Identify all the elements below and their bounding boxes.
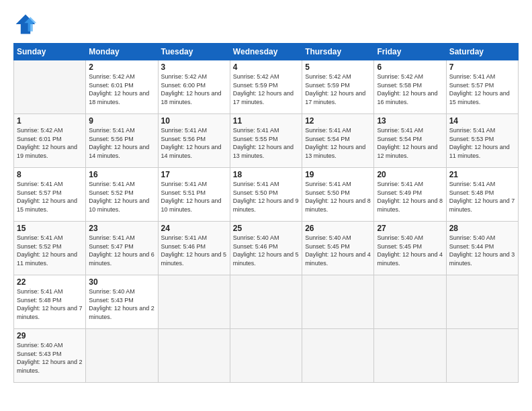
day-number: 12 (305, 116, 371, 126)
day-number: 6 (377, 62, 443, 72)
weekday-header-wednesday: Wednesday (230, 44, 302, 60)
calendar-cell: 14Sunrise: 5:41 AMSunset: 5:53 PMDayligh… (446, 114, 518, 168)
day-info: Sunrise: 5:41 AMSunset: 5:57 PMDaylight:… (449, 73, 515, 106)
calendar-cell: 23Sunrise: 5:41 AMSunset: 5:47 PMDayligh… (86, 222, 158, 275)
day-number: 16 (89, 170, 154, 179)
weekday-header-friday: Friday (374, 44, 446, 60)
weekday-header-saturday: Saturday (446, 44, 518, 60)
day-number: 14 (449, 116, 515, 126)
day-number: 25 (233, 224, 299, 233)
day-info: Sunrise: 5:41 AMSunset: 5:55 PMDaylight:… (233, 126, 299, 160)
day-info: Sunrise: 5:41 AMSunset: 5:51 PMDaylight:… (161, 180, 227, 214)
day-info: Sunrise: 5:42 AMSunset: 6:01 PMDaylight:… (17, 126, 83, 160)
day-info: Sunrise: 5:42 AMSunset: 5:58 PMDaylight:… (377, 73, 443, 106)
day-info: Sunrise: 5:41 AMSunset: 5:57 PMDaylight:… (17, 180, 83, 214)
calendar-cell (374, 329, 446, 383)
day-info: Sunrise: 5:40 AMSunset: 5:43 PMDaylight:… (89, 287, 154, 321)
calendar-cell (158, 275, 230, 329)
day-number: 23 (89, 224, 154, 233)
week-row-1: 1Sunrise: 5:42 AMSunset: 6:01 PMDaylight… (14, 114, 519, 168)
day-info: Sunrise: 5:40 AMSunset: 5:44 PMDaylight:… (449, 234, 515, 267)
day-number: 11 (233, 116, 299, 126)
calendar-cell: 8Sunrise: 5:41 AMSunset: 5:57 PMDaylight… (14, 168, 86, 222)
day-info: Sunrise: 5:42 AMSunset: 6:01 PMDaylight:… (89, 73, 154, 106)
calendar-cell: 26Sunrise: 5:40 AMSunset: 5:45 PMDayligh… (302, 222, 374, 275)
calendar-cell: 22Sunrise: 5:41 AMSunset: 5:48 PMDayligh… (14, 275, 86, 329)
day-info: Sunrise: 5:41 AMSunset: 5:47 PMDaylight:… (89, 234, 154, 267)
day-number: 5 (305, 62, 371, 72)
week-row-3: 15Sunrise: 5:41 AMSunset: 5:52 PMDayligh… (14, 222, 519, 275)
day-info: Sunrise: 5:40 AMSunset: 5:45 PMDaylight:… (305, 234, 371, 267)
calendar-cell: 21Sunrise: 5:41 AMSunset: 5:48 PMDayligh… (446, 168, 518, 222)
day-number: 8 (17, 170, 83, 179)
day-number: 9 (89, 116, 154, 126)
calendar-cell: 5Sunrise: 5:42 AMSunset: 5:59 PMDaylight… (302, 60, 374, 114)
calendar-table: SundayMondayTuesdayWednesdayThursdayFrid… (13, 43, 519, 383)
calendar-cell (374, 275, 446, 329)
calendar-cell: 17Sunrise: 5:41 AMSunset: 5:51 PMDayligh… (158, 168, 230, 222)
header (13, 12, 519, 36)
calendar-cell: 13Sunrise: 5:41 AMSunset: 5:54 PMDayligh… (374, 114, 446, 168)
day-info: Sunrise: 5:41 AMSunset: 5:50 PMDaylight:… (233, 180, 299, 214)
weekday-header-row: SundayMondayTuesdayWednesdayThursdayFrid… (14, 44, 519, 60)
day-info: Sunrise: 5:40 AMSunset: 5:45 PMDaylight:… (377, 234, 443, 267)
calendar-cell: 16Sunrise: 5:41 AMSunset: 5:52 PMDayligh… (86, 168, 158, 222)
calendar-cell: 24Sunrise: 5:41 AMSunset: 5:46 PMDayligh… (158, 222, 230, 275)
day-number: 26 (305, 224, 371, 233)
calendar-cell: 29Sunrise: 5:40 AMSunset: 5:43 PMDayligh… (14, 329, 86, 383)
calendar-cell (230, 329, 302, 383)
weekday-header-thursday: Thursday (302, 44, 374, 60)
day-info: Sunrise: 5:41 AMSunset: 5:46 PMDaylight:… (161, 234, 227, 267)
day-info: Sunrise: 5:41 AMSunset: 5:52 PMDaylight:… (17, 234, 83, 267)
day-number: 20 (377, 170, 443, 179)
day-number: 7 (449, 62, 515, 72)
day-info: Sunrise: 5:41 AMSunset: 5:48 PMDaylight:… (449, 180, 515, 214)
week-row-5: 29Sunrise: 5:40 AMSunset: 5:43 PMDayligh… (14, 329, 519, 383)
page: SundayMondayTuesdayWednesdayThursdayFrid… (0, 0, 532, 411)
day-number: 24 (161, 224, 227, 233)
calendar-cell: 7Sunrise: 5:41 AMSunset: 5:57 PMDaylight… (446, 60, 518, 114)
day-info: Sunrise: 5:40 AMSunset: 5:46 PMDaylight:… (233, 234, 299, 267)
week-row-4: 22Sunrise: 5:41 AMSunset: 5:48 PMDayligh… (14, 275, 519, 329)
day-number: 10 (161, 116, 227, 126)
calendar-cell: 30Sunrise: 5:40 AMSunset: 5:43 PMDayligh… (86, 275, 158, 329)
day-number: 13 (377, 116, 443, 126)
day-number: 3 (161, 62, 227, 72)
calendar-cell: 25Sunrise: 5:40 AMSunset: 5:46 PMDayligh… (230, 222, 302, 275)
day-number: 18 (233, 170, 299, 179)
day-info: Sunrise: 5:42 AMSunset: 5:59 PMDaylight:… (305, 73, 371, 106)
calendar-cell: 19Sunrise: 5:41 AMSunset: 5:50 PMDayligh… (302, 168, 374, 222)
day-info: Sunrise: 5:41 AMSunset: 5:53 PMDaylight:… (449, 126, 515, 160)
week-row-0: 2Sunrise: 5:42 AMSunset: 6:01 PMDaylight… (14, 60, 519, 114)
calendar-cell (446, 329, 518, 383)
weekday-header-tuesday: Tuesday (158, 44, 230, 60)
day-number: 30 (89, 277, 154, 287)
day-number: 17 (161, 170, 227, 179)
day-info: Sunrise: 5:41 AMSunset: 5:56 PMDaylight:… (161, 126, 227, 160)
day-info: Sunrise: 5:40 AMSunset: 5:43 PMDaylight:… (17, 341, 83, 375)
weekday-header-monday: Monday (86, 44, 158, 60)
day-number: 2 (89, 62, 154, 72)
day-number: 29 (17, 331, 83, 340)
calendar-cell (158, 329, 230, 383)
calendar-cell (86, 329, 158, 383)
calendar-cell: 4Sunrise: 5:42 AMSunset: 5:59 PMDaylight… (230, 60, 302, 114)
day-info: Sunrise: 5:41 AMSunset: 5:56 PMDaylight:… (89, 126, 154, 160)
calendar-cell: 27Sunrise: 5:40 AMSunset: 5:45 PMDayligh… (374, 222, 446, 275)
logo-icon (13, 12, 38, 36)
day-info: Sunrise: 5:41 AMSunset: 5:48 PMDaylight:… (17, 287, 83, 321)
calendar-cell: 6Sunrise: 5:42 AMSunset: 5:58 PMDaylight… (374, 60, 446, 114)
day-number: 4 (233, 62, 299, 72)
day-info: Sunrise: 5:42 AMSunset: 5:59 PMDaylight:… (233, 73, 299, 106)
day-info: Sunrise: 5:41 AMSunset: 5:49 PMDaylight:… (377, 180, 443, 214)
calendar-cell (302, 275, 374, 329)
day-number: 19 (305, 170, 371, 179)
day-info: Sunrise: 5:42 AMSunset: 6:00 PMDaylight:… (161, 73, 227, 106)
calendar-cell (230, 275, 302, 329)
calendar-cell: 9Sunrise: 5:41 AMSunset: 5:56 PMDaylight… (86, 114, 158, 168)
calendar-cell: 11Sunrise: 5:41 AMSunset: 5:55 PMDayligh… (230, 114, 302, 168)
week-row-2: 8Sunrise: 5:41 AMSunset: 5:57 PMDaylight… (14, 168, 519, 222)
calendar-cell: 3Sunrise: 5:42 AMSunset: 6:00 PMDaylight… (158, 60, 230, 114)
calendar-cell: 12Sunrise: 5:41 AMSunset: 5:54 PMDayligh… (302, 114, 374, 168)
calendar-cell: 28Sunrise: 5:40 AMSunset: 5:44 PMDayligh… (446, 222, 518, 275)
